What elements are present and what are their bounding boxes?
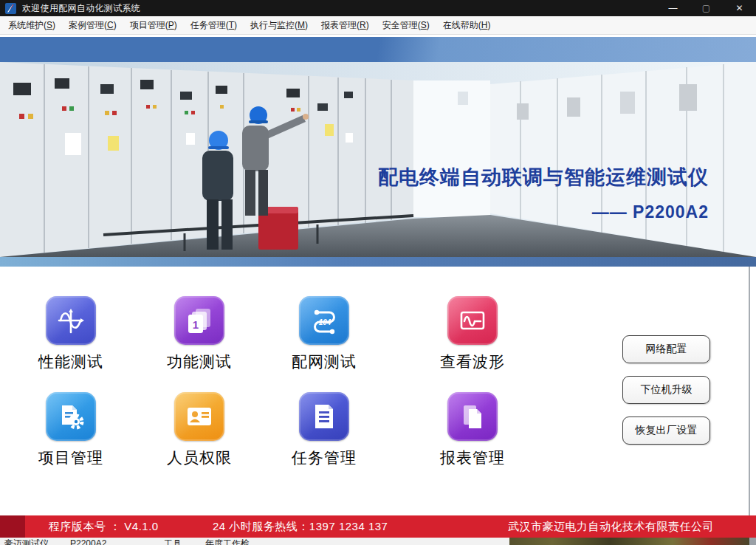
hero-banner: 配电终端自动联调与智能运维测试仪 —— P2200A2 [0,62,756,257]
app-label: 功能测试 [146,352,252,372]
main-window: 欢迎使用配网自动化测试系统 — ▢ ✕ 系统维护S 案例管理C 项目管理P 任务… [0,0,756,545]
status-fragment: 年度工作检 [205,538,250,545]
company-text: 武汉市豪迈电力自动化技术有限责任公司 [508,515,714,538]
product-title: 配电终端自动联调与智能运维测试仪 [378,164,709,191]
app-label: 配网测试 [271,352,377,372]
strip-edge [749,538,756,545]
window-title: 欢迎使用配网自动化测试系统 [22,2,140,15]
menu-execution-monitoring[interactable]: 执行与监控M [244,16,315,35]
header-accent-band [0,37,756,62]
protocol-104-route-icon: 104 [299,296,349,345]
report-copies-icon [447,392,498,441]
network-config-button[interactable]: 网络配置 [622,335,710,363]
title-bar: 欢迎使用配网自动化测试系统 — ▢ ✕ [0,0,756,16]
app-label: 报表管理 [419,448,526,468]
hero-caption: 配电终端自动联调与智能运维测试仪 —— P2200A2 [378,164,709,222]
stacked-cases-icon: 1 [174,296,224,345]
id-card-icon [174,392,224,441]
svg-text:1: 1 [193,318,199,331]
app-function-test[interactable]: 1 功能测试 [146,296,252,372]
app-label: 任务管理 [271,448,377,468]
footer-accent-block [0,515,25,538]
oscilloscope-icon [447,296,498,345]
lower-machine-upgrade-button[interactable]: 下位机升级 [622,376,710,404]
right-border-line [749,267,750,515]
app-label: 查看波形 [419,352,526,372]
app-label: 人员权限 [146,448,252,468]
menu-project-management[interactable]: 项目管理P [123,16,184,35]
app-task-management[interactable]: 任务管理 [271,392,377,468]
task-document-icon [299,392,349,441]
menu-system-maintenance[interactable]: 系统维护S [1,16,62,35]
minimize-button[interactable]: — [656,0,690,16]
menu-bar: 系统维护S 案例管理C 项目管理P 任务管理T 执行与监控M 报表管理R 安全管… [0,16,756,35]
version-text: 程序版本号 ： V4.1.0 [49,515,159,538]
factory-reset-button[interactable]: 恢复出厂设置 [622,417,710,445]
app-personnel-permissions[interactable]: 人员权限 [146,392,252,468]
footer-bar: 程序版本号 ： V4.1.0 24 小时服务热线：1397 1234 137 武… [0,515,756,538]
document-gear-icon [46,392,96,441]
status-fragment: 豪迈测试仪 [4,538,49,545]
clipped-photo-sliver [509,538,749,545]
sine-wave-icon [46,296,96,345]
switchgear-room-photo [0,62,756,257]
hero-bottom-strip [0,257,756,267]
hotline-text: 24 小时服务热线：1397 1234 137 [213,515,388,538]
app-label: 性能测试 [18,352,124,372]
maximize-button[interactable]: ▢ [690,0,723,16]
app-distribution-network-test[interactable]: 104 配网测试 [271,296,377,372]
menu-report-management[interactable]: 报表管理R [315,16,376,35]
menu-security-management[interactable]: 安全管理S [376,16,436,35]
menu-case-management[interactable]: 案例管理C [62,16,123,35]
clipped-status-strip: 豪迈测试仪 P2200A2 工具 年度工作检 [0,538,756,545]
app-performance-test[interactable]: 性能测试 [18,296,124,372]
app-label: 项目管理 [18,448,124,468]
app-logo-icon [5,3,16,14]
app-project-management[interactable]: 项目管理 [18,392,124,468]
close-button[interactable]: ✕ [723,0,756,16]
app-report-management[interactable]: 报表管理 [419,392,526,468]
status-fragment: 工具 [164,538,182,545]
svg-text:104: 104 [319,318,331,326]
status-fragment: P2200A2 [70,538,106,545]
menu-task-management[interactable]: 任务管理T [184,16,244,35]
window-controls: — ▢ ✕ [656,0,756,16]
product-model: —— P2200A2 [378,202,709,222]
menu-online-help[interactable]: 在线帮助H [436,16,498,35]
app-view-waveform[interactable]: 查看波形 [419,296,526,372]
